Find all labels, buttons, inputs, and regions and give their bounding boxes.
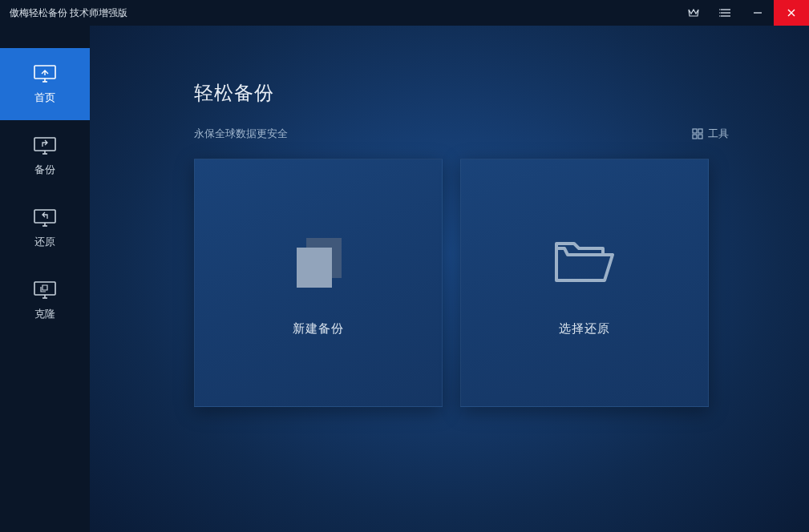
close-button[interactable]: [774, 0, 809, 26]
menu-button[interactable]: [710, 0, 742, 26]
content-area: 轻松备份 永保全球数据更安全 工具: [90, 26, 809, 532]
sidebar-item-restore[interactable]: 还原: [0, 192, 90, 264]
sidebar-item-label: 备份: [34, 163, 55, 177]
sidebar: 首页 备份 还原: [0, 26, 90, 532]
svg-point-5: [719, 15, 721, 17]
tools-label: 工具: [708, 127, 729, 141]
sidebar-item-clone[interactable]: 克隆: [0, 264, 90, 337]
svg-point-3: [719, 9, 721, 10]
svg-rect-18: [34, 282, 55, 295]
svg-rect-23: [693, 135, 697, 139]
close-icon: [786, 7, 797, 18]
svg-rect-24: [698, 135, 702, 139]
svg-rect-26: [297, 248, 332, 288]
svg-rect-15: [34, 210, 55, 223]
sidebar-item-backup[interactable]: 备份: [0, 120, 90, 192]
sidebar-item-home[interactable]: 首页: [0, 48, 90, 120]
svg-point-4: [719, 12, 721, 14]
page-subtitle: 永保全球数据更安全: [194, 127, 288, 141]
crown-button[interactable]: [678, 0, 710, 26]
sidebar-item-label: 还原: [34, 235, 55, 249]
menu-list-icon: [719, 8, 732, 18]
minimize-icon: [752, 7, 763, 18]
clone-monitor-icon: [32, 280, 58, 300]
card-new-backup[interactable]: 新建备份: [194, 159, 443, 407]
app-title: 傲梅轻松备份 技术师增强版: [10, 6, 127, 20]
sidebar-item-label: 首页: [34, 91, 55, 105]
page-title: 轻松备份: [194, 80, 737, 106]
tools-grid-icon: [692, 128, 703, 139]
home-monitor-icon: [32, 63, 58, 84]
card-choose-restore[interactable]: 选择还原: [460, 159, 709, 407]
titlebar: 傲梅轻松备份 技术师增强版: [0, 0, 809, 26]
stacked-docs-icon: [284, 230, 353, 294]
minimize-button[interactable]: [742, 0, 774, 26]
svg-rect-22: [698, 129, 702, 133]
tools-link[interactable]: 工具: [692, 127, 729, 141]
backup-monitor-icon: [32, 135, 58, 156]
folder-open-icon: [550, 230, 619, 294]
sidebar-item-label: 克隆: [34, 307, 55, 321]
restore-monitor-icon: [32, 208, 58, 228]
svg-rect-12: [34, 138, 55, 151]
card-label: 选择还原: [559, 321, 610, 337]
card-label: 新建备份: [293, 321, 344, 337]
crown-icon: [687, 7, 700, 18]
svg-rect-21: [693, 129, 697, 133]
